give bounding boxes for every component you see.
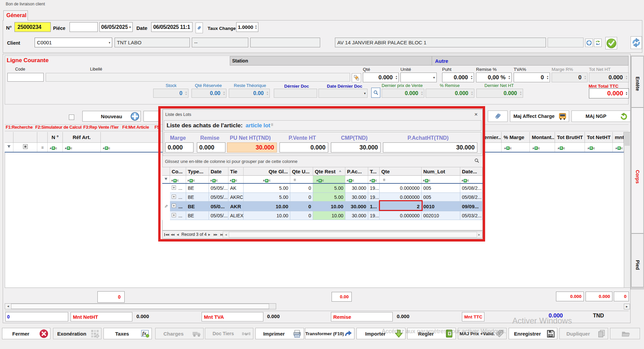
fkey-f2[interactable]: F2:Simulateur de Calcul: [35, 125, 82, 130]
search-article-button[interactable]: [371, 88, 380, 98]
libelle-field[interactable]: [46, 73, 350, 82]
doc-tiers-button[interactable]: Doc Tiers: [205, 328, 253, 339]
main-filter-marge[interactable]: ABC: [502, 143, 530, 152]
main-filter-eq[interactable]: =: [37, 143, 48, 152]
open-folder-button[interactable]: [610, 328, 640, 339]
spinner[interactable]: ▲▼: [545, 73, 550, 82]
client-combo[interactable]: C0001▾: [35, 38, 112, 47]
stock-field[interactable]: 0▲▼: [153, 89, 188, 98]
fkey-f3[interactable]: F3:Rep Vente /Tier: [83, 125, 119, 130]
attachment-mid-button[interactable]: [488, 111, 508, 122]
footer-r2-box[interactable]: 0.000: [586, 292, 612, 301]
taxes-button[interactable]: Taxesfx: [103, 328, 152, 339]
fermer-button[interactable]: Fermer: [2, 328, 50, 339]
dernier-doc-field[interactable]: [274, 89, 317, 98]
spinner[interactable]: ▲▼: [470, 89, 474, 97]
transformer-button[interactable]: Transformer (F10): [305, 328, 354, 339]
dernier-net-ht-field[interactable]: 0.000▲▼: [476, 89, 523, 98]
text-filter-abc-icon[interactable]: ABC: [504, 146, 512, 150]
spinner[interactable]: ▲▼: [583, 73, 587, 82]
date-dernier-doc-combo[interactable]: ▾: [318, 89, 368, 98]
main-filter-montant[interactable]: ABC: [530, 143, 555, 152]
footer-r3-box[interactable]: 0: [614, 292, 629, 301]
spinner[interactable]: ▲▼: [507, 73, 511, 82]
maj-affect-charge-button[interactable]: Maj Affect Charge: [510, 111, 569, 122]
refresh-client-button[interactable]: [594, 39, 602, 47]
mnt-total-ttc-field[interactable]: 0.000▲▼: [589, 88, 629, 98]
spinner[interactable]: ▲▼: [420, 89, 424, 97]
n-field[interactable]: 25000234: [14, 22, 51, 32]
hscroll-thumb[interactable]: [11, 304, 269, 309]
tab-autre[interactable]: Autre: [432, 56, 629, 66]
main-filter-indicator[interactable]: [5, 143, 13, 152]
partial-button[interactable]: [143, 111, 159, 122]
side-tab-corps[interactable]: Corps: [631, 107, 644, 233]
footer-zero2-box[interactable]: 0.00: [332, 292, 352, 302]
client-field3[interactable]: --: [192, 38, 248, 47]
sync-button[interactable]: [631, 36, 642, 49]
main-col-ref[interactable]: Réf Art.: [63, 132, 101, 143]
text-filter-abc-icon[interactable]: ABC: [50, 146, 57, 150]
fkey-f4[interactable]: F4:Mvt Article: [122, 125, 149, 130]
ligne-courante-title[interactable]: Ligne Courante: [7, 57, 49, 64]
datetime-field[interactable]: 06/05/2025 11:1: [151, 22, 192, 32]
enregistrer-button[interactable]: Enregistrer: [509, 328, 557, 339]
vscroll-thumb[interactable]: [625, 132, 630, 146]
nouveau-button[interactable]: Nouveau: [82, 111, 141, 122]
spinner[interactable]: ▲▼: [469, 73, 474, 82]
spinner[interactable]: ▲▼: [394, 73, 398, 82]
add-client-button[interactable]: [585, 39, 593, 47]
imprimer-button[interactable]: Imprimer: [255, 328, 304, 339]
main-col-brut[interactable]: Tot BrutHT: [555, 132, 585, 143]
line-checkbox[interactable]: [69, 115, 74, 120]
hscroll-left-btn[interactable]: ◀: [5, 304, 11, 309]
puht-field[interactable]: 0.000▲▼: [442, 73, 474, 82]
spinner[interactable]: ▲▼: [265, 89, 269, 97]
main-grid-vscroll[interactable]: [624, 132, 631, 288]
text-filter-abc-icon[interactable]: ABC: [558, 146, 565, 150]
main-filter-brut[interactable]: ABC: [555, 143, 585, 152]
status-left-box[interactable]: 0: [5, 312, 68, 321]
spinner[interactable]: ▲▼: [254, 23, 258, 32]
footer-zero-box[interactable]: 0: [97, 291, 125, 303]
qte-field[interactable]: 0.000▲▼: [363, 73, 399, 82]
marge-r-field[interactable]: 0▲▼: [552, 73, 588, 82]
spinner[interactable]: ▲▼: [184, 89, 188, 97]
dernier-prix-vente-field[interactable]: 0.000▲▼: [382, 89, 424, 98]
unite-field[interactable]: ▾: [400, 73, 437, 82]
main-filter-ref[interactable]: ABC: [63, 143, 101, 152]
tva-field[interactable]: 0▲▼: [514, 73, 550, 82]
reste-theorique-field[interactable]: 0.00▲▼: [229, 89, 270, 98]
main-filter-select[interactable]: [13, 143, 37, 152]
client-name-field[interactable]: TNT LABO: [115, 38, 190, 47]
client-field4[interactable]: [250, 38, 320, 47]
client-field6[interactable]: [548, 38, 584, 47]
text-filter-abc-icon[interactable]: ABC: [588, 146, 595, 150]
main-col-net[interactable]: Tot NetHT: [585, 132, 613, 143]
remise-pct-field[interactable]: 0,00 %▲▼: [476, 73, 512, 82]
spinner[interactable]: ▲▼: [518, 89, 523, 97]
spinner[interactable]: ▲▼: [222, 89, 226, 97]
main-filter-tva[interactable]: ABC: [613, 143, 624, 152]
qte-reservee-field[interactable]: 0.00▲▼: [191, 89, 226, 98]
footer-r1-box[interactable]: 0.000: [556, 292, 584, 301]
main-filter-net[interactable]: ABC: [585, 143, 613, 152]
fkey-f1[interactable]: F1:Recherche: [6, 125, 33, 130]
main-col-montant[interactable]: Montant...: [530, 132, 555, 143]
cells-button[interactable]: [352, 73, 361, 82]
tab-general[interactable]: Géneral: [3, 10, 28, 20]
text-filter-abc-icon[interactable]: ABC: [103, 146, 110, 150]
side-tab-entete[interactable]: Entéte: [631, 56, 644, 107]
pct-remise-field[interactable]: 0.000▲▼: [426, 89, 474, 98]
text-filter-abc-icon[interactable]: ABC: [65, 146, 72, 150]
spinner[interactable]: ▲▼: [624, 73, 629, 82]
text-filter-abc-icon[interactable]: ABC: [532, 146, 540, 150]
spinner[interactable]: ▲▼: [624, 89, 629, 98]
main-col-marge[interactable]: % Marge: [502, 132, 530, 143]
maj-ngp-button[interactable]: MAj NGP: [571, 111, 631, 122]
equals-filter-icon[interactable]: =: [41, 145, 43, 150]
attachment-button[interactable]: [196, 23, 203, 33]
exoneration-button[interactable]: Exonération: [53, 328, 101, 339]
client-address-field[interactable]: AV 14 JANVIER ABIR PALACE BLOC 1: [335, 38, 546, 47]
main-col-indicator[interactable]: [5, 132, 13, 143]
